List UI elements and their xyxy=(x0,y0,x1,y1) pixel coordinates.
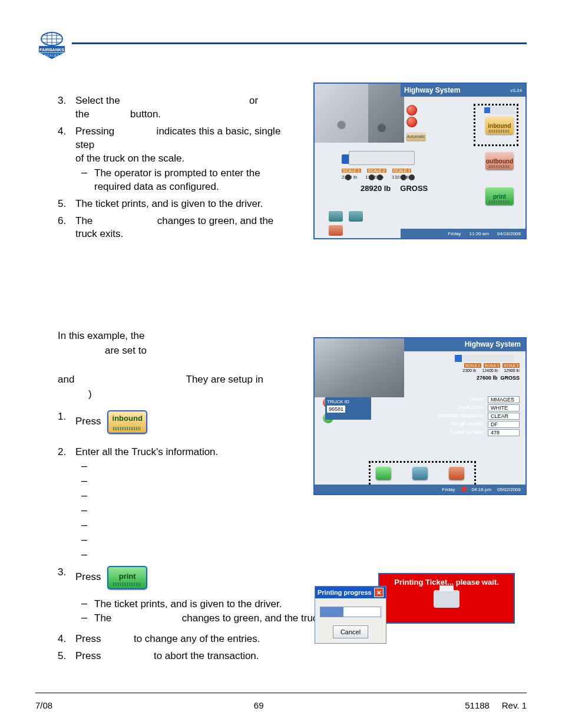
cancel-button[interactable] xyxy=(449,467,464,480)
printer-icon xyxy=(434,590,459,608)
trailer-number-field[interactable]: 478 xyxy=(488,429,520,436)
svg-text:FAIRBANKS: FAIRBANKS xyxy=(39,47,64,52)
weigh-master-field[interactable]: DF xyxy=(488,421,520,428)
section1-text: 3. Select the or the button. 4. Pressing xyxy=(58,94,293,245)
outbound-button[interactable]: outbound xyxy=(485,152,514,170)
step4-line: Pressing indicates this a basic, single … xyxy=(75,126,280,164)
driver-field[interactable]: MMAGES xyxy=(488,396,520,403)
stop-light-icon xyxy=(406,105,417,116)
section2-intro: In this example, the are set to and They… xyxy=(58,329,305,401)
step3-line: Select the or the button. xyxy=(75,95,258,120)
print-result-bullet: The ticket prints, and is given to the d… xyxy=(81,598,352,611)
upper-right-readout: SCALE 1 SCALE 2 SCALE 3 2300 lb 12400 lb… xyxy=(449,355,520,381)
accept-button[interactable] xyxy=(376,467,391,480)
small-teal-button[interactable] xyxy=(329,211,343,222)
blank-bullet xyxy=(81,549,352,562)
fairbanks-logo: FAIRBANKS SCALES xyxy=(35,29,68,62)
truck-id-box: TRUCK ID 96581 xyxy=(325,397,371,420)
blank-bullet xyxy=(81,534,352,548)
press-inbound-step: Press inbound xyxy=(75,416,147,427)
status-bar: Friday 11:20 am 04/18/2008 xyxy=(401,229,525,238)
figure-1-highway-gross: FB3000 Highway System v3.24 Automatic in… xyxy=(313,83,527,239)
dialog-title: Printing progress xyxy=(318,589,372,596)
press-print-step: Press print xyxy=(75,571,147,582)
blank-bullet xyxy=(81,475,352,489)
page-header: FAIRBANKS SCALES xyxy=(35,29,527,65)
press-abort-step: Press to abort the transaction. xyxy=(75,650,259,661)
step5-line: The ticket prints, and is given to the d… xyxy=(75,198,263,209)
small-teal-button[interactable] xyxy=(349,211,363,222)
light-green-bullet: The changes to green, and the truck exit… xyxy=(81,612,352,625)
svg-text:SCALES: SCALES xyxy=(44,54,59,57)
cancel-button[interactable]: Cancel xyxy=(333,625,368,638)
figure-3-printing: Printing Ticket... please wait. Printing… xyxy=(315,573,515,646)
truck-color-field[interactable]: WHITE xyxy=(488,404,520,411)
stop-light-icon xyxy=(406,117,417,127)
weather-field[interactable]: CLEAR xyxy=(488,413,520,420)
page-footer: 7/08 69 51188 Rev. 1 xyxy=(35,693,527,710)
blank-bullet xyxy=(81,519,352,533)
blank-bullet xyxy=(81,460,352,474)
truck-id-value: 96581 xyxy=(327,406,345,413)
header-rule xyxy=(72,42,527,44)
automatic-label: Automatic xyxy=(406,132,426,141)
step4-bullet: The operator is prompted to enter the re… xyxy=(81,167,293,194)
print-button[interactable]: print xyxy=(107,566,147,589)
truck-photo xyxy=(315,84,404,143)
step6-line: The changes to green, and the truck exit… xyxy=(75,215,273,240)
print-button[interactable]: print xyxy=(485,187,514,205)
press-change-step: Press to change any of the entries. xyxy=(75,633,260,644)
status-bar: Friday 04:16 pm 05/02/2008 xyxy=(315,485,525,494)
section2-list: 1. Press inbound 2. Enter all the Truck'… xyxy=(58,410,352,667)
gross-readout: 28920 lb GROSS xyxy=(361,184,428,193)
close-icon[interactable]: ✕ xyxy=(374,588,384,597)
doc-id-rev: 51188 Rev. 1 xyxy=(465,700,527,710)
title-bar: Highway System v3.24 xyxy=(401,84,525,97)
inbound-button[interactable]: inbound xyxy=(485,117,514,134)
small-red-button[interactable] xyxy=(329,225,343,236)
printing-banner: Printing Ticket... please wait. xyxy=(378,573,515,624)
blank-bullet xyxy=(81,490,352,503)
edit-button[interactable] xyxy=(412,467,428,480)
printing-progress-dialog: Printing progress ✕ Cancel xyxy=(315,586,386,644)
mini-truck-icon xyxy=(489,106,515,114)
page-number: 69 xyxy=(254,700,264,710)
weigh-truck-graphic: SCALE 1 SCALE 2 SCALE 3 2298 lb 13420 lb… xyxy=(342,151,442,178)
truck-data-fields: DriverMMAGES Truck ColorWHITE Weather co… xyxy=(420,396,520,437)
truck-photo xyxy=(315,338,404,397)
progress-bar xyxy=(320,607,381,617)
blank-bullet xyxy=(81,505,352,518)
footer-date: 7/08 xyxy=(35,700,52,710)
figure-2-highway-data: FB3000 Highway System SCALE 1 SCALE 2 SC… xyxy=(313,337,527,495)
enter-truck-info-step: Enter all the Truck's information. xyxy=(75,446,218,457)
inbound-button[interactable]: inbound xyxy=(107,410,147,434)
